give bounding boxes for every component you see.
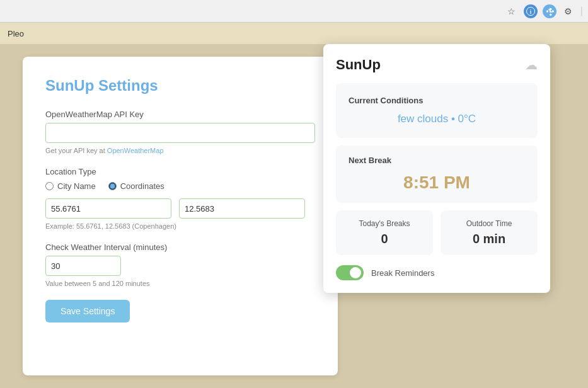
divider: |: [580, 6, 583, 17]
outdoor-time-value: 0 min: [451, 232, 527, 246]
interval-label: Check Weather Interval (minutes): [45, 243, 315, 252]
gear-icon[interactable]: ⚙: [562, 4, 575, 18]
api-key-input[interactable]: [45, 123, 315, 143]
city-name-option[interactable]: City Name: [45, 181, 96, 191]
api-key-label: OpenWeatherMap API Key: [45, 110, 315, 119]
coordinates-option[interactable]: Coordinates: [108, 181, 164, 191]
interval-group: Check Weather Interval (minutes) Value b…: [45, 243, 315, 287]
coord2-input[interactable]: [179, 198, 305, 219]
api-key-group: OpenWeatherMap API Key Get your API key …: [45, 110, 315, 154]
star-icon[interactable]: ☆: [505, 4, 519, 18]
break-reminders-row: Break Reminders: [336, 265, 538, 280]
location-type-group: Location Type City Name Coordinates Exam…: [45, 167, 315, 230]
break-reminders-label: Break Reminders: [371, 268, 434, 278]
tab-bar: Pleo: [0, 23, 588, 44]
svg-text:i: i: [530, 9, 532, 15]
interval-hint: Value between 5 and 120 minutes: [45, 280, 315, 287]
city-name-radio[interactable]: [45, 182, 54, 190]
stats-row: Today's Breaks 0 Outdoor Time 0 min: [336, 210, 538, 255]
toggle-slider: [336, 265, 364, 280]
popup-title: SunUp: [336, 57, 381, 73]
cloud-icon: ☁: [525, 57, 538, 72]
content-area: SunUp Settings OpenWeatherMap API Key Ge…: [0, 44, 588, 388]
radio-group: City Name Coordinates: [45, 181, 315, 191]
api-key-hint: Get your API key at OpenWeatherMap: [45, 147, 315, 154]
coordinates-radio[interactable]: [108, 182, 117, 190]
settings-title: SunUp Settings: [45, 77, 315, 94]
interval-input[interactable]: [45, 256, 121, 276]
info-icon[interactable]: i: [524, 4, 538, 18]
coord-hint: Example: 55.6761, 12.5683 (Copenhagen): [45, 222, 315, 230]
conditions-value: few clouds • 0°C: [349, 113, 525, 125]
outdoor-time-card: Outdoor Time 0 min: [441, 210, 538, 255]
popup-header: SunUp ☁: [336, 57, 538, 73]
conditions-label: Current Conditions: [349, 96, 525, 105]
openweathermap-link[interactable]: OpenWeatherMap: [107, 147, 164, 154]
city-name-label: City Name: [57, 181, 96, 191]
next-break-time: 8:51 PM: [349, 173, 525, 193]
save-button[interactable]: Save Settings: [45, 300, 130, 322]
next-break-card: Next Break 8:51 PM: [336, 146, 538, 203]
browser-toolbar: ☆ i ⚙ |: [0, 0, 588, 23]
popup-panel: SunUp ☁ Current Conditions few clouds • …: [323, 44, 550, 293]
todays-breaks-card: Today's Breaks 0: [336, 210, 433, 255]
tab-label[interactable]: Pleo: [8, 29, 24, 38]
break-reminders-toggle[interactable]: [336, 265, 364, 280]
settings-panel: SunUp Settings OpenWeatherMap API Key Ge…: [23, 57, 338, 375]
location-type-label: Location Type: [45, 167, 315, 176]
next-break-label: Next Break: [349, 156, 525, 165]
todays-breaks-value: 0: [346, 232, 423, 246]
coord1-input[interactable]: [45, 198, 171, 219]
todays-breaks-label: Today's Breaks: [346, 219, 423, 228]
coordinates-label: Coordinates: [120, 181, 164, 191]
conditions-card: Current Conditions few clouds • 0°C: [336, 83, 538, 138]
puzzle-icon[interactable]: [543, 4, 556, 18]
outdoor-time-label: Outdoor Time: [451, 219, 527, 228]
coord-inputs: [45, 198, 315, 219]
